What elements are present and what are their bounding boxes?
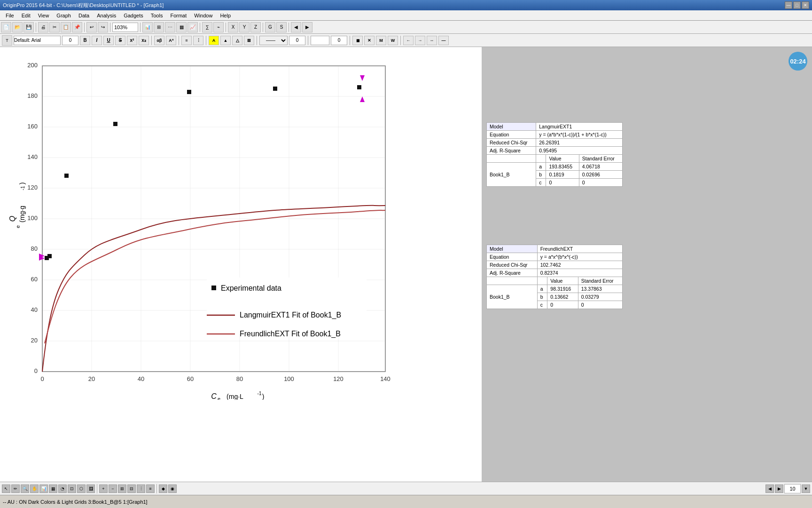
menu-gadgets[interactable]: Gadgets <box>120 12 147 19</box>
redo-icon[interactable]: ↪ <box>98 22 108 32</box>
nav-right-icon[interactable]: ▶ <box>302 22 312 32</box>
arrow-both-button[interactable]: ↔ <box>427 36 437 45</box>
save-icon[interactable]: 💾 <box>23 22 34 32</box>
arrow-left-button[interactable]: ← <box>403 36 414 45</box>
restore-button[interactable]: □ <box>793 1 801 9</box>
color-button[interactable]: A <box>209 36 219 45</box>
stats-icon[interactable]: ∑ <box>202 22 212 32</box>
pie-tool[interactable]: ◔ <box>58 484 67 493</box>
menu-help[interactable]: Help <box>216 12 234 19</box>
connect2-button[interactable]: W <box>388 36 398 45</box>
new-icon[interactable]: 📄 <box>1 22 11 32</box>
minimize-button[interactable]: — <box>785 1 792 9</box>
svg-text:80: 80 <box>31 245 38 252</box>
underline-button[interactable]: U <box>103 36 114 45</box>
arrow-none-button[interactable]: — <box>438 36 449 45</box>
open-icon[interactable]: 📂 <box>12 22 23 32</box>
merge-tool[interactable]: ⊞ <box>118 484 126 493</box>
close-button[interactable]: ✕ <box>802 1 809 9</box>
arrow-right-button[interactable]: → <box>415 36 425 45</box>
svg-text:80: 80 <box>236 375 243 382</box>
layout-tool[interactable]: ⋮ <box>137 484 145 493</box>
sep-bt2 <box>156 484 157 493</box>
bar-graph-tool[interactable]: ▦ <box>49 484 57 493</box>
transparency-input[interactable] <box>331 36 347 45</box>
page-number-input[interactable]: 10 <box>784 484 801 493</box>
zaxis-icon[interactable]: Z <box>250 22 261 32</box>
draw-tool[interactable]: ✏ <box>11 484 20 493</box>
mask-tool[interactable]: ◉ <box>168 484 177 493</box>
image-tool[interactable]: 🖼 <box>86 484 95 493</box>
sep15 <box>400 36 401 45</box>
menu-view[interactable]: View <box>34 12 53 19</box>
svg-text:100: 100 <box>284 375 294 382</box>
add-plot-tool[interactable]: + <box>99 484 108 493</box>
menu-tools[interactable]: Tools <box>147 12 167 19</box>
svg-text:): ) <box>262 393 265 400</box>
right-tool-1[interactable]: ◀ <box>765 484 774 493</box>
svg-text:120: 120 <box>27 184 38 191</box>
symbol-button[interactable]: ◼ <box>352 36 363 45</box>
graph-icon[interactable]: 📊 <box>142 22 153 32</box>
undo-icon[interactable]: ↩ <box>86 22 97 32</box>
s-icon[interactable]: S <box>276 22 287 32</box>
graph-panel: 0 20 40 60 80 100 120 140 160 180 200 0 … <box>0 47 482 482</box>
right-tool-2[interactable]: ▶ <box>775 484 783 493</box>
menu-format[interactable]: Format <box>166 12 190 19</box>
font-size-input[interactable] <box>62 36 78 45</box>
alpha-button[interactable]: αβ <box>154 36 164 45</box>
bar-icon[interactable]: ▦ <box>176 22 187 32</box>
line-width-input[interactable] <box>289 36 305 45</box>
fill-button[interactable]: ▲ <box>220 36 231 45</box>
italic-button[interactable]: I <box>92 36 102 45</box>
strikethrough-button[interactable]: S <box>115 36 125 45</box>
scatter-icon[interactable]: ⋯ <box>165 22 175 32</box>
menu-file[interactable]: File <box>2 12 18 19</box>
right-tool-3[interactable]: ▼ <box>802 484 810 493</box>
copy-icon[interactable]: 📋 <box>61 22 71 32</box>
connect-button[interactable]: M <box>376 36 386 45</box>
bold-button[interactable]: B <box>80 36 90 45</box>
align-right-button[interactable]: ⋮ <box>193 36 203 45</box>
sep5 <box>200 23 200 32</box>
pan-tool[interactable]: ✋ <box>30 484 39 493</box>
align-left-button[interactable]: ≡ <box>181 36 192 45</box>
g-icon[interactable]: G <box>265 22 275 32</box>
remove-plot-tool[interactable]: − <box>109 484 117 493</box>
subscript-button[interactable]: x₂ <box>139 36 149 45</box>
arrange-tool[interactable]: ≡ <box>146 484 155 493</box>
yaxis-icon[interactable]: Y <box>239 22 250 32</box>
menu-window[interactable]: Window <box>190 12 216 19</box>
line-style-select[interactable]: —— <box>259 36 288 45</box>
menu-edit[interactable]: Edit <box>18 12 34 19</box>
menu-data[interactable]: Data <box>75 12 93 19</box>
zoom-input[interactable] <box>112 23 138 32</box>
3d-tool[interactable]: ⬡ <box>77 484 86 493</box>
menu-graph[interactable]: Graph <box>53 12 75 19</box>
xaxis-icon[interactable]: X <box>228 22 238 32</box>
legend-label-2: LangmuirEXT1 Fit of Book1_B <box>240 311 341 319</box>
fit-icon[interactable]: ⌁ <box>213 22 224 32</box>
title-bar-controls: — □ ✕ <box>785 1 809 9</box>
data-marker-tool[interactable]: ◆ <box>159 484 167 493</box>
pointer-tool[interactable]: ↖ <box>2 484 10 493</box>
line-icon[interactable]: 📈 <box>187 22 198 32</box>
cut-icon[interactable]: ✂ <box>49 22 60 32</box>
print-icon[interactable]: 🖨 <box>38 22 48 32</box>
font-select[interactable] <box>14 36 61 45</box>
superscript-button[interactable]: x² <box>127 36 137 45</box>
paste-icon[interactable]: 📌 <box>72 22 82 32</box>
scatter-tool[interactable]: ⊡ <box>68 484 76 493</box>
table-icon[interactable]: ⊞ <box>154 22 164 32</box>
graph-tool[interactable]: 📊 <box>39 484 48 493</box>
nav-left-icon[interactable]: ◀ <box>291 22 301 32</box>
data-point-4 <box>113 122 117 126</box>
escape-button[interactable]: Aˢ <box>166 36 176 45</box>
pattern-button[interactable]: ⊠ <box>244 36 254 45</box>
text-format-icon[interactable]: T <box>2 35 12 46</box>
split-tool[interactable]: ⊟ <box>127 484 136 493</box>
border-button[interactable]: △ <box>232 36 242 45</box>
symbol-size-button[interactable]: ✕ <box>364 36 375 45</box>
menu-analysis[interactable]: Analysis <box>93 12 120 19</box>
zoom-tool[interactable]: 🔍 <box>21 484 29 493</box>
